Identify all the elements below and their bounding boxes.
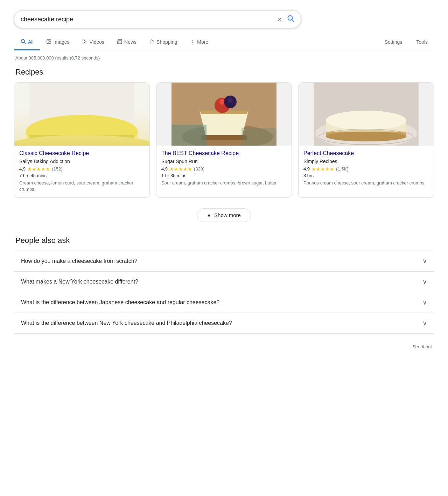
recipes-title: Recipes <box>14 68 434 77</box>
recipe-source-1: Sallys Baking Addiction <box>19 159 145 164</box>
svg-point-30 <box>326 132 406 141</box>
tab-all-label: All <box>28 39 34 45</box>
results-info: About 305.000.000 results (0,72 seconds) <box>14 55 434 61</box>
paa-chevron-2: ∨ <box>422 299 427 306</box>
reviews-2: (329) <box>194 166 204 172</box>
feedback-container: Feedback <box>14 344 434 349</box>
svg-rect-11 <box>29 135 134 146</box>
recipes-section: Recipes Classic Cheesecake Recipe Sallys… <box>14 68 434 222</box>
tab-videos[interactable]: Videos <box>76 35 111 50</box>
recipe-info-2: The BEST Cheesecake Recipe Sugar Spun Ru… <box>156 146 292 191</box>
tab-images-label: Images <box>54 39 70 45</box>
paa-item-3[interactable]: What is the difference between New York … <box>14 313 434 334</box>
recipe-info-3: Perfect Cheesecake Simply Recipes 4,9 ★★… <box>299 146 434 191</box>
svg-marker-6 <box>83 39 86 43</box>
search-input[interactable]: cheesecake recipe <box>21 16 278 23</box>
tab-shopping[interactable]: Shopping <box>143 35 183 50</box>
tab-images[interactable]: Images <box>40 35 76 50</box>
shopping-tab-icon <box>149 39 154 45</box>
tab-shopping-label: Shopping <box>156 39 177 45</box>
search-icon[interactable] <box>287 14 294 24</box>
show-more-chevron-icon: ∨ <box>207 212 211 218</box>
paa-chevron-0: ∨ <box>422 257 427 265</box>
tools-tab[interactable]: Tools <box>410 35 434 50</box>
tab-news[interactable]: News <box>111 35 143 50</box>
tools-label: Tools <box>416 39 428 45</box>
reviews-3: (1,5K) <box>336 166 348 172</box>
recipe-source-2: Sugar Spun Run <box>161 159 287 164</box>
svg-point-28 <box>326 111 406 130</box>
paa-title: People also ask <box>14 236 434 245</box>
rating-num-2: 4,9 <box>161 166 168 172</box>
recipe-title-3[interactable]: Perfect Cheesecake <box>303 150 429 157</box>
paa-section: People also ask How do you make a cheese… <box>14 236 434 334</box>
show-more-line-right <box>251 215 434 215</box>
paa-chevron-3: ∨ <box>422 319 427 327</box>
recipe-image-3 <box>299 83 434 146</box>
svg-rect-21 <box>172 125 206 146</box>
recipe-ingredients-3: Pounds cream cheese, sour cream, graham … <box>303 180 429 186</box>
settings-tab[interactable]: Settings <box>378 35 409 50</box>
recipe-rating-3: 4,9 ★★★★★ (1,5K) <box>303 166 429 172</box>
recipe-info-1: Classic Cheesecake Recipe Sallys Baking … <box>14 146 149 197</box>
recipe-source-3: Simply Recipes <box>303 159 429 164</box>
svg-line-3 <box>24 42 26 44</box>
stars-3: ★★★★★ <box>312 166 334 172</box>
videos-tab-icon <box>82 39 87 45</box>
show-more-line-left <box>14 215 197 215</box>
svg-marker-7 <box>149 39 154 43</box>
recipe-card-2[interactable]: The BEST Cheesecake Recipe Sugar Spun Ru… <box>156 82 292 198</box>
svg-line-1 <box>292 20 294 21</box>
tab-more[interactable]: ⋮ More <box>183 35 215 50</box>
rating-num-3: 4,9 <box>303 166 310 172</box>
recipe-ingredients-1: Cream cheese, lemon curd, sour cream, gr… <box>19 180 145 193</box>
svg-point-5 <box>48 40 48 41</box>
stars-2: ★★★★★ <box>169 166 192 172</box>
show-more-wrapper: ∨ Show more <box>14 208 434 222</box>
show-more-label: Show more <box>214 212 241 218</box>
recipe-title-1[interactable]: Classic Cheesecake Recipe <box>19 150 145 157</box>
news-tab-icon <box>117 39 122 45</box>
recipe-card-3[interactable]: Perfect Cheesecake Simply Recipes 4,9 ★★… <box>298 82 434 198</box>
feedback-link[interactable]: Feedback <box>413 344 433 349</box>
recipe-time-3: 3 hrs <box>303 173 429 178</box>
rating-num-1: 4,9 <box>19 166 26 172</box>
paa-question-3: What is the difference between New York … <box>21 320 232 326</box>
more-tab-icon: ⋮ <box>190 39 195 45</box>
paa-item-0[interactable]: How do you make a cheesecake from scratc… <box>14 251 434 271</box>
tab-more-label: More <box>197 39 208 45</box>
search-bar-container: cheesecake recipe × <box>14 11 434 28</box>
recipe-rating-2: 4,9 ★★★★★ (329) <box>161 166 287 172</box>
nav-tabs: All Images Videos News <box>14 34 434 50</box>
paa-question-1: What makes a New York cheesecake differe… <box>21 279 138 285</box>
show-more-container: ∨ Show more <box>14 208 434 222</box>
recipe-cards: Classic Cheesecake Recipe Sallys Baking … <box>14 82 434 198</box>
reviews-1: (152) <box>52 166 62 172</box>
paa-item-1[interactable]: What makes a New York cheesecake differe… <box>14 271 434 292</box>
paa-item-2[interactable]: What is the difference between Japanese … <box>14 292 434 313</box>
settings-label: Settings <box>385 39 402 45</box>
svg-rect-16 <box>201 135 247 140</box>
all-tab-icon <box>20 39 26 45</box>
cheesecake-image-1 <box>14 83 149 146</box>
tab-all[interactable]: All <box>14 34 40 50</box>
paa-question-2: What is the difference between Japanese … <box>21 299 219 306</box>
svg-rect-22 <box>241 128 276 146</box>
recipe-image-1 <box>14 83 149 146</box>
recipe-time-1: 7 hrs 45 mins <box>19 173 145 178</box>
paa-question-0: How do you make a cheesecake from scratc… <box>21 258 138 264</box>
clear-icon[interactable]: × <box>278 15 282 23</box>
tab-news-label: News <box>124 39 136 45</box>
recipe-rating-1: 4,9 ★★★★★ (152) <box>19 166 145 172</box>
images-tab-icon <box>46 39 51 45</box>
show-more-button[interactable]: ∨ Show more <box>197 208 251 222</box>
stars-1: ★★★★★ <box>27 166 50 172</box>
svg-point-20 <box>228 98 233 103</box>
tab-videos-label: Videos <box>89 39 104 45</box>
recipe-title-2[interactable]: The BEST Cheesecake Recipe <box>161 150 287 157</box>
search-bar: cheesecake recipe × <box>14 11 301 28</box>
paa-chevron-1: ∨ <box>422 278 427 286</box>
svg-marker-14 <box>200 111 248 139</box>
nav-settings-tools: Settings Tools <box>378 35 434 50</box>
recipe-card-1[interactable]: Classic Cheesecake Recipe Sallys Baking … <box>14 82 150 198</box>
